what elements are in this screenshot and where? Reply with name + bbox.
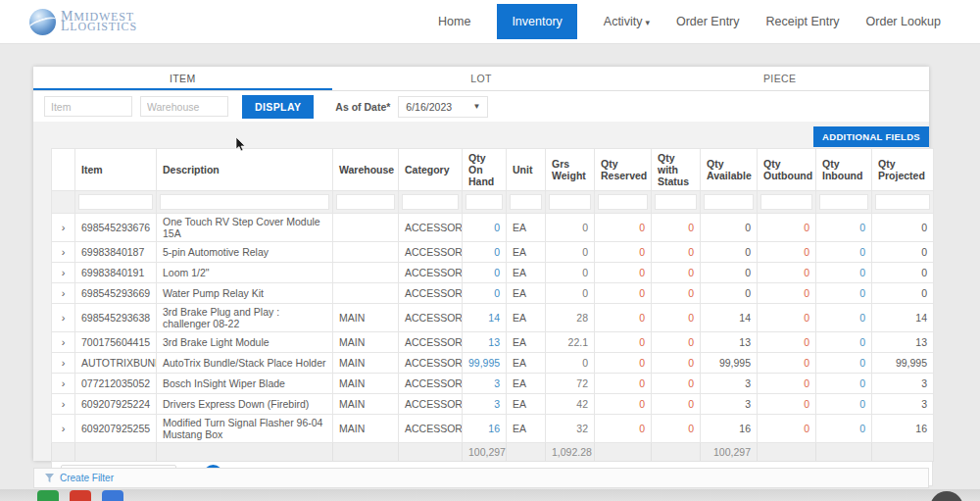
tab-piece[interactable]: PIECE [630, 67, 929, 90]
row-expand-icon[interactable]: › [52, 242, 75, 263]
main-nav: HomeInventoryActivity▾Order EntryReceipt… [438, 4, 941, 39]
cell-description: Water Pump Relay Kit [157, 283, 333, 304]
column-header-category[interactable]: Category [399, 149, 463, 191]
filter-cell-qty_with_status [652, 191, 701, 214]
cell-description: Bosch InSight Wiper Blade [157, 374, 333, 394]
nav-item-order-entry[interactable]: Order Entry [676, 15, 740, 28]
nav-item-inventory[interactable]: Inventory [497, 4, 576, 39]
cell-warehouse: MAIN [333, 374, 399, 394]
cell-qty_with_status: 0 [652, 415, 701, 443]
green-file-icon [37, 490, 59, 501]
column-filter-input-qty_projected[interactable] [875, 194, 930, 210]
filter-cell-qty_outbound [758, 191, 816, 214]
column-header-grs-weight[interactable]: Grs Weight [546, 149, 595, 191]
as-of-date-value: 6/16/2023 [406, 101, 452, 113]
cell-qty_projected: 14 [872, 304, 934, 332]
column-filter-input-category[interactable] [402, 194, 459, 210]
filter-cell-qty_available [701, 191, 758, 214]
desktop-file-icons [37, 490, 123, 501]
column-header-qty-outbound[interactable]: Qty Outbound [758, 149, 816, 191]
tab-item[interactable]: ITEM [33, 67, 332, 90]
blue-file-icon [102, 490, 123, 501]
nav-item-activity[interactable]: Activity▾ [604, 15, 650, 28]
row-expand-icon[interactable]: › [52, 394, 75, 415]
row-expand-icon[interactable]: › [52, 283, 75, 304]
column-filter-input-unit[interactable] [510, 194, 542, 210]
column-filter-input-qty_with_status[interactable] [655, 194, 697, 210]
row-expand-icon[interactable]: › [52, 332, 75, 353]
row-expand-icon[interactable]: › [52, 214, 75, 242]
cell-qty_inbound: 0 [816, 214, 872, 242]
column-header-qty-on-hand[interactable]: Qty On Hand [463, 149, 507, 191]
column-filter-input-qty_available[interactable] [704, 194, 754, 210]
cell-qty_projected: 13 [872, 332, 934, 353]
tab-lot[interactable]: LOT [332, 67, 631, 90]
row-expand-icon[interactable]: › [52, 263, 75, 283]
cell-qty_available: 3 [701, 374, 758, 394]
cell-qty_on_hand: 14 [463, 304, 507, 332]
cell-category: ACCESSORY [399, 374, 463, 394]
cell-unit: EA [507, 263, 546, 283]
table-row: ›698545293669Water Pump Relay KitACCESSO… [52, 283, 934, 304]
column-header-qty-reserved[interactable]: Qty Reserved [595, 149, 652, 191]
cell-qty_outbound: 0 [758, 394, 816, 415]
chevron-down-icon: ▾ [645, 18, 650, 27]
item-search-input[interactable] [44, 96, 132, 117]
app-header: MMidwest LLogistics HomeInventoryActivit… [0, 0, 980, 44]
filter-cell-grs_weight [546, 191, 595, 214]
column-header-qty-projected[interactable]: Qty Projected [872, 149, 934, 191]
column-header-unit[interactable]: Unit [507, 149, 546, 191]
row-expand-icon[interactable]: › [52, 374, 75, 394]
total-qty_available: 100,297 [701, 443, 758, 462]
cell-qty_projected: 16 [872, 415, 934, 443]
column-filter-input-qty_inbound[interactable] [819, 194, 868, 210]
cell-qty_outbound: 0 [758, 242, 816, 263]
create-filter-bar[interactable]: Create Filter [33, 468, 929, 488]
column-header-qty-with-status[interactable]: Qty with Status [652, 149, 701, 191]
cell-item: 69983840191 [75, 263, 157, 283]
cell-item: 609207925224 [75, 394, 157, 415]
cell-qty_with_status: 0 [652, 214, 701, 242]
cell-qty_outbound: 0 [758, 304, 816, 332]
cell-warehouse: MAIN [333, 415, 399, 443]
cell-qty_reserved: 0 [595, 263, 652, 283]
column-filter-input-qty_reserved[interactable] [598, 194, 648, 210]
cell-category: ACCESSORY [399, 332, 463, 353]
column-header-description[interactable]: Description [157, 149, 333, 191]
cell-category: ACCESSORY [399, 415, 463, 443]
create-filter-label: Create Filter [60, 473, 114, 483]
column-header-qty-available[interactable]: Qty Available [701, 149, 758, 191]
filter-cell-unit [507, 191, 546, 214]
row-expand-icon[interactable]: › [52, 304, 75, 332]
cell-qty_on_hand: 0 [463, 214, 507, 242]
inventory-panel: ITEMLOTPIECE DISPLAY As of Date* 6/16/20… [33, 67, 929, 461]
as-of-date-select[interactable]: 6/16/2023 ▼ [398, 96, 488, 118]
column-filter-input-qty_outbound[interactable] [760, 194, 812, 210]
column-header-warehouse[interactable]: Warehouse [333, 149, 399, 191]
cell-grs_weight: 0 [546, 214, 595, 242]
nav-item-receipt-entry[interactable]: Receipt Entry [766, 15, 840, 28]
cell-qty_inbound: 0 [816, 242, 872, 263]
column-filter-input-description[interactable] [160, 194, 329, 210]
nav-item-order-lookup[interactable]: Order Lookup [866, 15, 941, 28]
display-button[interactable]: DISPLAY [242, 95, 314, 119]
totals-row: 100,2971,092.28100,297 [52, 443, 934, 462]
cell-qty_available: 0 [701, 283, 758, 304]
additional-fields-button[interactable]: ADDITIONAL FIELDS [813, 126, 929, 147]
cell-item: 700175604415 [75, 332, 157, 353]
total-grs_weight: 1,092.28 [546, 443, 595, 462]
cell-warehouse: MAIN [333, 332, 399, 353]
column-header-item[interactable]: Item [75, 149, 157, 191]
nav-item-home[interactable]: Home [438, 15, 470, 28]
column-filter-input-item[interactable] [78, 194, 153, 210]
column-filter-input-grs_weight[interactable] [549, 194, 591, 210]
red-file-icon [70, 490, 91, 501]
cell-item: AUTOTRIXBUNDLE [75, 353, 157, 374]
row-expand-icon[interactable]: › [52, 415, 75, 443]
row-expand-icon[interactable]: › [52, 353, 75, 374]
total-qty_reserved [595, 443, 652, 462]
column-filter-input-qty_on_hand[interactable] [466, 194, 503, 210]
column-filter-input-warehouse[interactable] [336, 194, 395, 210]
warehouse-search-input[interactable] [140, 96, 228, 117]
column-header-qty-inbound[interactable]: Qty Inbound [816, 149, 872, 191]
